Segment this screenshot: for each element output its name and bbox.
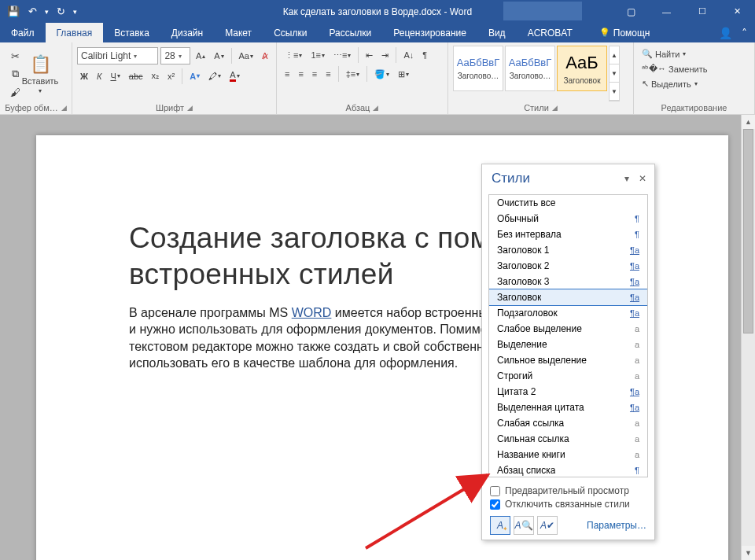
clipboard-launcher[interactable]: ◢: [61, 104, 67, 112]
superscript-button[interactable]: x²: [164, 69, 178, 83]
bold-button[interactable]: Ж: [77, 69, 91, 83]
minimize-button[interactable]: ―: [649, 0, 684, 23]
gallery-up[interactable]: ▲: [610, 46, 619, 64]
font-color-button[interactable]: A▾: [226, 68, 242, 84]
styles-pane-item[interactable]: Строгийa: [489, 368, 647, 384]
style-inspector-button[interactable]: A🔍: [514, 516, 534, 535]
vertical-scrollbar[interactable]: ▲ ▼: [741, 115, 755, 560]
tab-references[interactable]: Ссылки: [263, 23, 318, 42]
tab-layout[interactable]: Макет: [214, 23, 263, 42]
new-style-button[interactable]: A✦: [490, 516, 510, 535]
tab-review[interactable]: Рецензирование: [382, 23, 477, 42]
manage-styles-button[interactable]: A✔: [537, 516, 558, 535]
user-account[interactable]: [503, 2, 582, 20]
redo-button[interactable]: ↻: [52, 3, 69, 20]
replace-button[interactable]: ᵃᵇ�↔ Заменить: [639, 62, 749, 76]
styles-pane-item[interactable]: Название книгиa: [489, 447, 647, 462]
styles-options-link[interactable]: Параметры…: [587, 520, 646, 531]
hyperlink-word[interactable]: WORD: [292, 306, 332, 319]
italic-button[interactable]: К: [94, 69, 105, 83]
strikethrough-button[interactable]: abc: [126, 69, 146, 83]
styles-pane-item[interactable]: Заголовок 3¶a: [489, 274, 647, 289]
font-launcher[interactable]: ◢: [187, 104, 193, 112]
cut-button[interactable]: ✂: [6, 47, 24, 64]
tab-tell-me[interactable]: Помощн: [588, 23, 661, 42]
shrink-font-button[interactable]: A▾: [211, 49, 226, 63]
styles-pane-item[interactable]: Сильная ссылкаa: [489, 431, 647, 447]
grow-font-button[interactable]: A▴: [193, 49, 208, 63]
underline-button[interactable]: Ч▾: [107, 69, 123, 83]
styles-pane-item[interactable]: Очистить все: [489, 195, 647, 211]
paste-button[interactable]: 📋 Вставить ▾: [24, 44, 57, 101]
styles-pane-item[interactable]: Слабое выделениеa: [489, 321, 647, 337]
maximize-button[interactable]: ☐: [684, 0, 720, 23]
styles-pane-item[interactable]: Абзац списка¶: [489, 462, 647, 477]
style-gallery-item[interactable]: АаБбВвГЗаголово…: [453, 46, 503, 91]
clear-formatting-button[interactable]: A̷: [259, 49, 271, 64]
scroll-thumb[interactable]: [743, 129, 753, 333]
borders-button[interactable]: ⊞▾: [395, 67, 412, 82]
shading-button[interactable]: 🪣▾: [371, 67, 392, 82]
undo-dropdown[interactable]: ▾: [42, 3, 50, 20]
styles-pane-item[interactable]: Слабая ссылкаa: [489, 415, 647, 431]
gallery-down[interactable]: ▼: [610, 64, 619, 83]
font-size-combo[interactable]: 28▾: [160, 47, 190, 64]
text-effects-button[interactable]: A▾: [186, 69, 203, 83]
decrease-indent-button[interactable]: ⇤: [363, 48, 376, 63]
tab-mailings[interactable]: Рассылки: [318, 23, 382, 42]
find-button[interactable]: 🔍 Найти ▾: [639, 47, 749, 61]
paragraph-launcher[interactable]: ◢: [373, 104, 378, 112]
styles-pane-item[interactable]: Сильное выделениеa: [489, 352, 647, 368]
numbering-button[interactable]: 1≡▾: [308, 48, 328, 62]
styles-pane-item[interactable]: Обычный¶: [489, 211, 647, 227]
bullets-button[interactable]: ⋮≡▾: [282, 48, 305, 63]
disable-linked-checkbox[interactable]: Отключить связанные стили: [490, 499, 646, 510]
styles-pane-item[interactable]: Выделениеa: [489, 337, 647, 352]
justify-button[interactable]: ≡: [322, 67, 333, 81]
styles-pane-close[interactable]: ✕: [639, 173, 646, 184]
font-name-combo[interactable]: Calibri Light▾: [77, 47, 158, 64]
styles-pane-item[interactable]: Заголовок¶a: [489, 289, 647, 305]
tab-insert[interactable]: Вставка: [103, 23, 160, 42]
close-button[interactable]: ✕: [720, 0, 755, 23]
multilevel-list-button[interactable]: ⋯≡▾: [330, 48, 354, 63]
align-center-button[interactable]: ≡: [295, 67, 306, 81]
styles-pane-item[interactable]: Заголовок 1¶a: [489, 242, 647, 258]
style-gallery-item[interactable]: АаБЗаголовок: [557, 46, 607, 91]
change-case-button[interactable]: Aa▾: [236, 49, 256, 63]
undo-button[interactable]: ↶: [24, 3, 41, 20]
scroll-up[interactable]: ▲: [742, 115, 755, 129]
styles-pane-item[interactable]: Подзаголовок¶a: [489, 305, 647, 321]
style-gallery-item[interactable]: АаБбВвГЗаголово…: [505, 46, 555, 91]
collapse-ribbon[interactable]: ˄: [742, 27, 747, 39]
styles-pane-menu[interactable]: ▾: [624, 173, 629, 184]
tab-design[interactable]: Дизайн: [160, 23, 214, 42]
ribbon-display-options[interactable]: ▢: [613, 0, 649, 23]
format-painter-button[interactable]: 🖌: [6, 83, 24, 101]
styles-pane-item[interactable]: Выделенная цитата¶a: [489, 400, 647, 415]
align-right-button[interactable]: ≡: [309, 67, 320, 81]
styles-pane-item[interactable]: Цитата 2¶a: [489, 384, 647, 400]
share-button[interactable]: 👤: [719, 27, 732, 39]
increase-indent-button[interactable]: ⇥: [378, 48, 392, 63]
tab-view[interactable]: Вид: [477, 23, 517, 42]
subscript-button[interactable]: x₂: [149, 68, 163, 83]
scroll-down[interactable]: ▼: [742, 546, 755, 560]
gallery-more[interactable]: ▼: [610, 83, 619, 101]
qat-customize[interactable]: ▾: [71, 3, 79, 20]
save-button[interactable]: 💾: [5, 3, 22, 20]
show-marks-button[interactable]: ¶: [419, 48, 430, 62]
align-left-button[interactable]: ≡: [282, 67, 293, 81]
tab-home[interactable]: Главная: [46, 23, 104, 42]
tab-acrobat[interactable]: ACROBAT: [517, 23, 584, 42]
preview-checkbox[interactable]: Предварительный просмотр: [490, 485, 646, 496]
tab-file[interactable]: Файл: [0, 23, 46, 42]
styles-launcher[interactable]: ◢: [552, 104, 558, 112]
styles-pane-item[interactable]: Без интервала¶: [489, 227, 647, 242]
copy-button[interactable]: ⧉: [6, 65, 24, 83]
sort-button[interactable]: A↓: [400, 48, 417, 62]
line-spacing-button[interactable]: ‡≡▾: [343, 67, 363, 81]
highlight-button[interactable]: 🖍▾: [205, 69, 224, 83]
select-button[interactable]: ↖ Выделить ▾: [639, 77, 749, 90]
styles-pane-item[interactable]: Заголовок 2¶a: [489, 258, 647, 274]
